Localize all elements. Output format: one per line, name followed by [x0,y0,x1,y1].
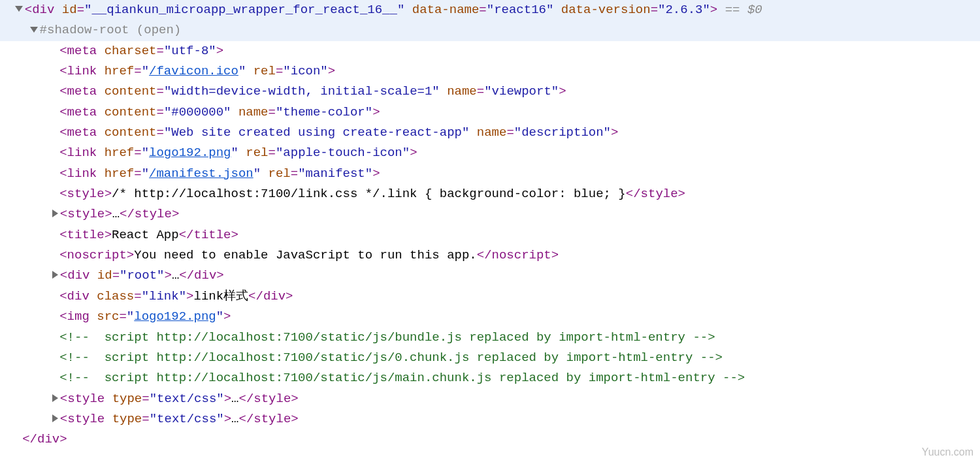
expand-arrow-icon[interactable] [15,6,23,12]
dom-node-div-link[interactable]: <div class="link">link样式</div> [0,287,980,307]
watermark: Yuucn.com [922,444,973,450]
href-link[interactable]: /manifest.json [149,166,253,181]
expand-arrow-icon[interactable] [52,394,58,402]
href-link[interactable]: logo192.png [149,146,231,160]
expand-arrow-icon[interactable] [52,210,58,217]
dom-node-link-manifest[interactable]: <link href="/manifest.json" rel="manifes… [0,164,980,184]
dom-node-style-collapsed[interactable]: <style>…</style> [0,204,980,225]
expand-arrow-icon[interactable] [52,271,58,279]
dom-node-div-root[interactable]: <div id="root">…</div> [0,266,980,286]
dom-node-meta-viewport[interactable]: <meta content="width=device-width, initi… [0,82,980,102]
shadow-root-label[interactable]: #shadow-root (open) [0,20,980,40]
dom-node-div-close[interactable]: </div> [0,429,980,450]
src-link[interactable]: logo192.png [134,309,216,324]
dom-node-title[interactable]: <title>React App</title> [0,225,980,245]
expand-arrow-icon[interactable] [52,414,58,422]
dom-node-noscript[interactable]: <noscript>You need to enable JavaScript … [0,245,980,266]
dom-node-comment[interactable]: <!-- script http://localhost:7100/static… [0,328,980,348]
dom-node-meta-description[interactable]: <meta content="Web site created using cr… [0,123,980,143]
dom-node-style-collapsed[interactable]: <style type="text/css">…</style> [0,409,980,429]
href-link[interactable]: /favicon.ico [149,64,238,78]
dom-node-comment[interactable]: <!-- script http://localhost:7100/static… [0,348,980,368]
dom-node-link-appletouch[interactable]: <link href="logo192.png" rel="apple-touc… [0,143,980,163]
dom-node-style-inline[interactable]: <style>/* http://localhost:7100/link.css… [0,184,980,204]
dom-node-img[interactable]: <img src="logo192.png"> [0,307,980,327]
dom-node-meta-themecolor[interactable]: <meta content="#000000" name="theme-colo… [0,102,980,123]
dom-node-link-favicon[interactable]: <link href="/favicon.ico" rel="icon"> [0,61,980,82]
dom-node-style-collapsed[interactable]: <style type="text/css">…</style> [0,389,980,409]
expand-arrow-icon[interactable] [30,27,38,33]
dom-node-div-wrapper[interactable]: <div id="__qiankun_microapp_wrapper_for_… [0,0,980,20]
dom-node-comment[interactable]: <!-- script http://localhost:7100/static… [0,368,980,388]
dom-node-meta-charset[interactable]: <meta charset="utf-8"> [0,41,980,61]
devtools-elements-panel: <div id="__qiankun_microapp_wrapper_for_… [0,0,980,450]
